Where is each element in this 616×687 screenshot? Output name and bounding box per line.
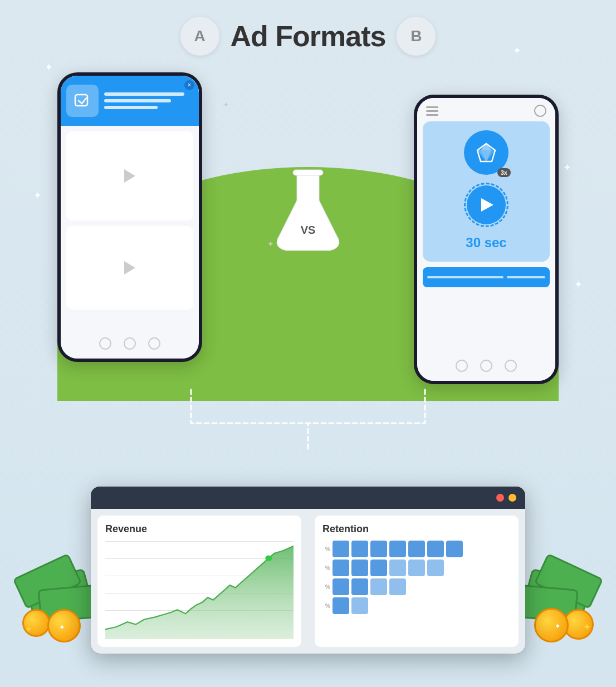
play-icon-2 bbox=[124, 261, 135, 274]
revenue-chart-panel: Revenue bbox=[97, 516, 301, 647]
traffic-dot-red bbox=[496, 494, 504, 502]
nav-dot-5 bbox=[480, 360, 492, 372]
phone-b-nav bbox=[417, 360, 555, 372]
diamond-circle: 3x bbox=[464, 130, 509, 175]
svg-text:VS: VS bbox=[301, 224, 316, 236]
phone-b: 3x 30 sec bbox=[414, 95, 559, 384]
revenue-title: Revenue bbox=[105, 523, 294, 535]
phone-a-nav bbox=[61, 337, 199, 350]
traffic-dot-yellow bbox=[509, 494, 516, 502]
page-title: Ad Formats bbox=[231, 19, 386, 53]
nav-dot-4 bbox=[456, 360, 468, 372]
retention-grid: % % bbox=[322, 541, 511, 614]
reward-area: 3x 30 sec bbox=[423, 121, 550, 262]
phone-b-header bbox=[417, 98, 555, 121]
retention-chart-panel: Retention % % bbox=[315, 516, 519, 647]
play-icon-1 bbox=[124, 169, 135, 183]
circle-button bbox=[534, 105, 546, 117]
content-block-1 bbox=[66, 131, 193, 220]
svg-rect-6 bbox=[293, 170, 323, 175]
flask-icon: VS bbox=[272, 167, 344, 256]
badge-a: A bbox=[180, 17, 219, 56]
reward-multiplier-badge: 3x bbox=[497, 168, 511, 177]
revenue-chart-svg bbox=[105, 541, 294, 639]
retention-title: Retention bbox=[322, 523, 511, 535]
timer-label: 30 sec bbox=[466, 235, 506, 251]
dashboard-header bbox=[91, 487, 525, 509]
vs-flask-area: VS bbox=[272, 167, 344, 256]
nav-dot-3 bbox=[148, 337, 160, 350]
close-button[interactable]: × bbox=[184, 80, 194, 90]
content-block-2 bbox=[66, 226, 193, 310]
connector-lines bbox=[135, 384, 481, 462]
dashboard-body: Revenue bbox=[91, 509, 525, 654]
hamburger-icon bbox=[426, 106, 438, 116]
badge-b: B bbox=[397, 17, 436, 56]
ad-icon bbox=[66, 85, 99, 117]
phone-b-screen: 3x 30 sec bbox=[417, 98, 555, 381]
nav-dot-2 bbox=[124, 337, 136, 350]
nav-dot-1 bbox=[99, 337, 111, 350]
phone-a-screen: × bbox=[61, 76, 199, 359]
bottom-bar bbox=[423, 267, 550, 287]
dashboard: Revenue bbox=[91, 487, 525, 654]
svg-point-8 bbox=[265, 556, 272, 562]
nav-dot-6 bbox=[505, 360, 517, 372]
header: A Ad Formats B bbox=[0, 17, 616, 56]
play-circle bbox=[464, 183, 509, 227]
coin-4 bbox=[534, 608, 569, 642]
ad-banner: × bbox=[61, 76, 199, 126]
svg-rect-0 bbox=[75, 95, 87, 106]
phone-a: × bbox=[57, 72, 202, 362]
ad-lines bbox=[104, 92, 193, 109]
